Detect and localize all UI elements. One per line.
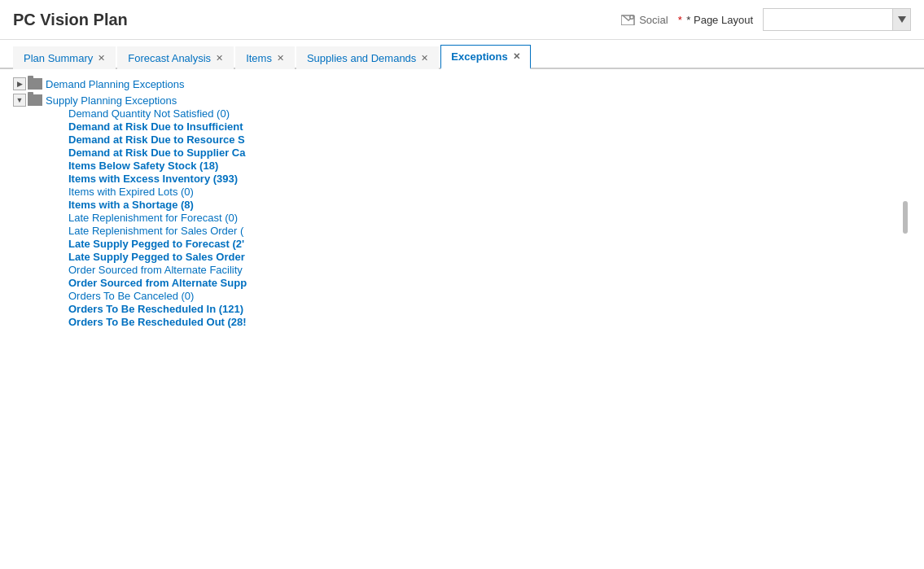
asterisk-icon: * — [678, 14, 682, 26]
list-item-late-supply-forecast[interactable]: Late Supply Pegged to Forecast (2' — [13, 237, 911, 250]
social-label: Social — [639, 14, 668, 26]
tab-exceptions[interactable]: Exceptions ✕ — [440, 45, 530, 69]
content-area: Demand Planning Exceptions Supply Planni… — [0, 69, 924, 532]
label-orders-rescheduled-out: Orders To Be Rescheduled Out (28! — [68, 316, 247, 328]
list-item-demand-risk-supplier[interactable]: Demand at Risk Due to Supplier Ca — [13, 146, 911, 159]
list-item-order-alt-facility[interactable]: Order Sourced from Alternate Facility — [13, 263, 911, 276]
page-layout-dropdown-button[interactable] — [893, 8, 911, 31]
page-title: PC Vision Plan — [13, 11, 621, 29]
chevron-down-icon — [898, 16, 906, 23]
page-layout-label: * * Page Layout — [678, 14, 753, 26]
folder-icon-demand-planning — [28, 78, 42, 90]
label-orders-rescheduled-in: Orders To Be Rescheduled In (121) — [68, 303, 243, 315]
label-late-supply-forecast: Late Supply Pegged to Forecast (2' — [68, 238, 244, 250]
page-layout-input[interactable]: Plan Summary — [763, 8, 893, 31]
resize-handle[interactable] — [903, 201, 908, 234]
tree-label-demand-planning: Demand Planning Exceptions — [46, 78, 185, 90]
list-item-demand-risk-insuf[interactable]: Demand at Risk Due to Insufficient — [13, 120, 911, 133]
label-items-shortage: Items with a Shortage (8) — [68, 199, 194, 211]
list-item-items-expired-lots[interactable]: Items with Expired Lots (0) — [13, 185, 911, 198]
tab-close-plan-summary[interactable]: ✕ — [98, 53, 105, 63]
list-item-late-replen-sales[interactable]: Late Replenishment for Sales Order ( — [13, 224, 911, 237]
tab-items[interactable]: Items ✕ — [235, 46, 295, 69]
label-demand-qty: Demand Quantity Not Satisfied (0) — [68, 107, 230, 120]
social-button[interactable]: Social — [621, 14, 668, 26]
tab-forecast-analysis[interactable]: Forecast Analysis ✕ — [117, 46, 234, 69]
label-late-supply-sales: Late Supply Pegged to Sales Order — [68, 251, 245, 263]
label-demand-risk-insuf: Demand at Risk Due to Insufficient — [68, 120, 243, 133]
list-item-late-replen-forecast[interactable]: Late Replenishment for Forecast (0) — [13, 211, 911, 224]
label-late-replen-sales: Late Replenishment for Sales Order ( — [68, 225, 243, 237]
label-late-replen-forecast: Late Replenishment for Forecast (0) — [68, 212, 238, 224]
list-item-items-below-safety[interactable]: Items Below Safety Stock (18) — [13, 159, 911, 172]
list-item-items-shortage[interactable]: Items with a Shortage (8) — [13, 198, 911, 211]
svg-point-2 — [631, 16, 633, 19]
label-items-excess-inv: Items with Excess Inventory (393) — [68, 173, 238, 185]
tab-close-supplies-and-demands[interactable]: ✕ — [421, 53, 428, 63]
svg-marker-3 — [898, 16, 906, 23]
tab-supplies-and-demands[interactable]: Supplies and Demands ✕ — [296, 46, 439, 69]
label-order-alt-facility: Order Sourced from Alternate Facility — [68, 264, 243, 276]
page-layout-selector[interactable]: Plan Summary — [763, 8, 911, 31]
tree-toggle-supply-planning[interactable] — [13, 94, 26, 107]
header: PC Vision Plan Social * * Page Layout Pl… — [0, 0, 924, 40]
tree-group-supply-planning[interactable]: Supply Planning Exceptions — [13, 94, 911, 107]
tab-close-items[interactable]: ✕ — [277, 53, 284, 63]
tabs-bar: Plan Summary ✕ Forecast Analysis ✕ Items… — [0, 43, 924, 69]
label-orders-canceled: Orders To Be Canceled (0) — [68, 290, 194, 302]
tree-group-demand-planning[interactable]: Demand Planning Exceptions — [13, 77, 911, 90]
list-item-orders-canceled[interactable]: Orders To Be Canceled (0) — [13, 289, 911, 302]
tree-toggle-demand-planning[interactable] — [13, 77, 26, 90]
supply-planning-children: Demand Quantity Not Satisfied (0) Demand… — [13, 107, 911, 328]
label-items-expired-lots: Items with Expired Lots (0) — [68, 186, 194, 198]
list-item-late-supply-sales[interactable]: Late Supply Pegged to Sales Order — [13, 250, 911, 263]
tab-close-exceptions[interactable]: ✕ — [513, 51, 520, 62]
tree-label-supply-planning: Supply Planning Exceptions — [46, 94, 177, 107]
label-items-below-safety: Items Below Safety Stock (18) — [68, 160, 218, 172]
list-item-order-alt-supplier[interactable]: Order Sourced from Alternate Supp — [13, 276, 911, 289]
list-item-orders-rescheduled-in[interactable]: Orders To Be Rescheduled In (121) — [13, 302, 911, 315]
list-item-demand-qty[interactable]: Demand Quantity Not Satisfied (0) — [13, 107, 911, 120]
list-item-demand-risk-resource[interactable]: Demand at Risk Due to Resource S — [13, 133, 911, 146]
label-order-alt-supplier: Order Sourced from Alternate Supp — [68, 277, 247, 289]
tab-plan-summary[interactable]: Plan Summary ✕ — [13, 46, 116, 69]
label-demand-risk-resource: Demand at Risk Due to Resource S — [68, 133, 245, 146]
header-right: Social * * Page Layout Plan Summary — [621, 8, 911, 31]
list-item-orders-rescheduled-out[interactable]: Orders To Be Rescheduled Out (28! — [13, 315, 911, 328]
label-demand-risk-supplier: Demand at Risk Due to Supplier Ca — [68, 147, 245, 159]
tab-close-forecast-analysis[interactable]: ✕ — [216, 53, 223, 63]
social-icon — [621, 14, 636, 25]
folder-icon-supply-planning — [28, 94, 42, 106]
list-item-items-excess-inv[interactable]: Items with Excess Inventory (393) — [13, 172, 911, 185]
